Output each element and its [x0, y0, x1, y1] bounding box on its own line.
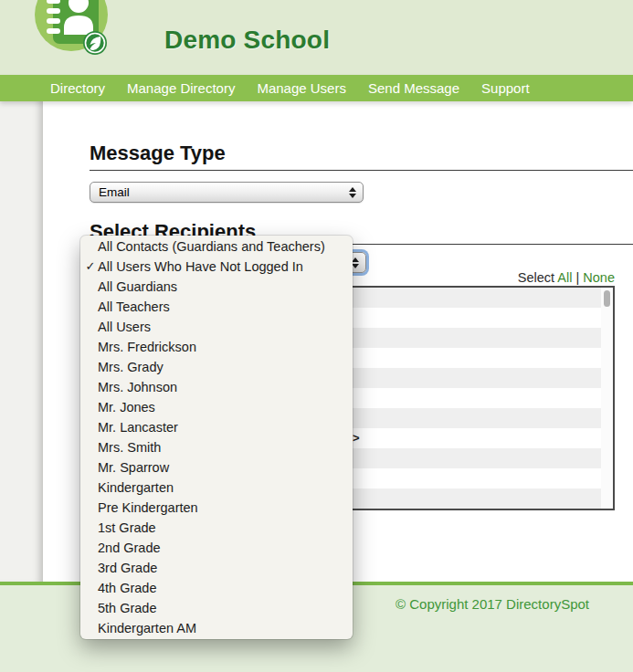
select-none-link[interactable]: None — [583, 270, 615, 285]
dropdown-item[interactable]: Mrs. Grady — [80, 357, 353, 377]
copyright-text: © Copyright 2017 DirectorySpot — [396, 596, 589, 612]
recipients-dropdown-menu: All Contacts (Guardians and Teachers) ✓ … — [80, 236, 353, 639]
heading-rule — [90, 170, 633, 171]
dropdown-item-label: All Guardians — [98, 277, 177, 297]
page-title: Demo School — [164, 26, 330, 55]
dropdown-item-label: All Users — [98, 317, 151, 337]
main-nav: Directory Manage Directory Manage Users … — [0, 75, 633, 101]
dropdown-item[interactable]: Mrs. Johnson — [80, 377, 353, 397]
select-stepper-icon — [349, 187, 356, 198]
dropdown-item-label: 3rd Grade — [98, 558, 157, 578]
nav-link[interactable]: Directory — [50, 80, 105, 96]
dropdown-item-label: 5th Grade — [98, 598, 157, 618]
dropdown-item[interactable]: 2nd Grade — [80, 538, 353, 558]
dropdown-item[interactable]: Mr. Sparrow — [80, 457, 353, 478]
dropdown-item[interactable]: ✓ All Users Who Have Not Logged In — [80, 257, 353, 277]
dropdown-item[interactable]: Mrs. Fredrickson — [80, 337, 353, 357]
dropdown-item[interactable]: Mrs. Smith — [80, 437, 353, 457]
dropdown-item-label: 2nd Grade — [98, 538, 161, 558]
dropdown-item[interactable]: Kindergarten — [80, 478, 353, 498]
left-margin-strip — [0, 101, 43, 582]
select-stepper-icon — [352, 257, 359, 268]
dropdown-item[interactable]: 3rd Grade — [80, 558, 353, 578]
nav-link[interactable]: Support — [481, 80, 530, 96]
nav-link[interactable]: Send Message — [368, 80, 459, 96]
dropdown-item-label: All Users Who Have Not Logged In — [98, 257, 303, 277]
message-type-select[interactable]: Email — [90, 182, 364, 203]
dropdown-item-label: Kindergarten AM — [98, 618, 196, 638]
dropdown-item-label: 1st Grade — [98, 518, 156, 538]
dropdown-item[interactable]: Kindergarten AM — [80, 618, 353, 638]
checkmark-icon: ✓ — [83, 257, 98, 277]
scrollbar-track[interactable] — [601, 288, 613, 509]
message-type-heading: Message Type — [90, 142, 226, 165]
link-separator: | — [576, 270, 580, 285]
dropdown-item[interactable]: 1st Grade — [80, 518, 353, 538]
dropdown-item-label: Mr. Jones — [98, 397, 155, 417]
dropdown-item-label: Mr. Lancaster — [98, 417, 178, 437]
dropdown-item-label: Mr. Sparrow — [98, 457, 169, 478]
select-label: Select — [518, 270, 554, 285]
dropdown-item-label: Kindergarten — [98, 478, 174, 498]
dropdown-item-label: Pre Kindergarten — [98, 498, 198, 518]
dropdown-item-label: Mrs. Fredrickson — [98, 337, 196, 357]
dropdown-item[interactable]: Mr. Jones — [80, 397, 353, 417]
dropdown-item-label: Mrs. Smith — [98, 437, 161, 457]
dropdown-item[interactable]: All Teachers — [80, 297, 353, 317]
select-all-none-links: Select All | None — [518, 270, 615, 285]
dropdown-item[interactable]: Mr. Lancaster — [80, 417, 353, 437]
nav-link[interactable]: Manage Users — [257, 80, 346, 96]
message-type-select-value: Email — [99, 185, 130, 199]
directoryspot-logo-icon — [35, 0, 108, 62]
dropdown-item[interactable]: Pre Kindergarten — [80, 498, 353, 518]
dropdown-item-label: 4th Grade — [98, 578, 157, 598]
dropdown-item[interactable]: All Users — [80, 317, 353, 337]
scrollbar-thumb[interactable] — [604, 290, 610, 307]
dropdown-item-label: All Teachers — [98, 297, 170, 317]
page: Demo School Directory Manage Directory M… — [0, 0, 633, 672]
nav-link[interactable]: Manage Directory — [127, 80, 235, 96]
dropdown-item[interactable]: All Guardians — [80, 277, 353, 297]
dropdown-item[interactable]: 5th Grade — [80, 598, 353, 618]
dropdown-item[interactable]: All Contacts (Guardians and Teachers) — [80, 236, 353, 257]
select-all-link[interactable]: All — [557, 270, 572, 285]
header: Demo School — [0, 0, 633, 75]
dropdown-item-label: Mrs. Johnson — [98, 377, 177, 397]
dropdown-item-label: Mrs. Grady — [98, 357, 164, 377]
dropdown-item[interactable]: 4th Grade — [80, 578, 353, 598]
dropdown-item-label: All Contacts (Guardians and Teachers) — [98, 236, 325, 257]
